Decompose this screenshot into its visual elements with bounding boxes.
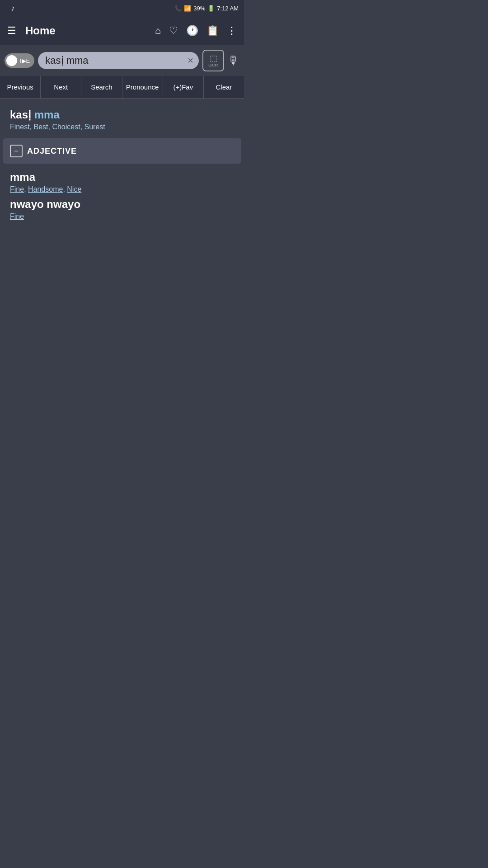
translation-choicest[interactable]: Choicest [52, 123, 80, 131]
signal-icon: 📶 [184, 5, 191, 12]
charging-icon: 🔋 [207, 5, 215, 12]
clear-input-button[interactable]: × [187, 55, 194, 66]
favorites-icon[interactable]: ♡ [169, 25, 178, 37]
search-button[interactable]: Search [81, 76, 122, 98]
header: ☰ Home ⌂ ♡ 🕐 📋 ⋮ [0, 16, 244, 45]
toggle-circle [6, 55, 17, 66]
translation-handsome[interactable]: Handsome [28, 185, 63, 193]
ocr-scan-icon: ⬚ [210, 54, 217, 62]
search-input[interactable] [45, 55, 183, 66]
music-note-icon: ♪ [11, 4, 15, 13]
result-word-nwayo: nwayo nwayo [10, 198, 234, 211]
result-translations-nwayo: Fine [10, 212, 234, 221]
ocr-button[interactable]: ⬚ OCR [202, 50, 224, 71]
main-result-card: kasị mma Finest, Best, Choicest, Surest [3, 102, 241, 136]
phone-icon: 📞 [174, 5, 182, 12]
menu-button[interactable]: ☰ [7, 26, 16, 36]
translation-finest[interactable]: Finest [10, 123, 30, 131]
language-toggle[interactable]: I▶E [5, 53, 34, 68]
search-input-wrap: × [38, 52, 199, 69]
main-result-translations: Finest, Best, Choicest, Surest [10, 123, 234, 131]
translation-best[interactable]: Best [33, 123, 48, 131]
search-row: I▶E × ⬚ OCR 🎙 [0, 45, 244, 76]
time-display: 7:12 AM [217, 5, 239, 12]
main-result-word: kasị mma [10, 108, 234, 121]
translation-nice[interactable]: Nice [67, 185, 81, 193]
translation-fine-2[interactable]: Fine [10, 212, 24, 220]
translation-fine[interactable]: Fine [10, 185, 24, 193]
clear-button[interactable]: Clear [204, 76, 244, 98]
minus-icon: − [14, 146, 19, 156]
result-entry-nwayo: nwayo nwayo Fine [10, 198, 234, 221]
add-favorite-button[interactable]: (+)Fav [163, 76, 204, 98]
history-icon[interactable]: 🕐 [186, 25, 198, 37]
header-icons: ⌂ ♡ 🕐 📋 ⋮ [155, 25, 237, 37]
word-highlight: mma [34, 108, 60, 121]
home-icon[interactable]: ⌂ [155, 25, 161, 37]
language-label: I▶E [20, 57, 30, 64]
battery-level: 39% [193, 5, 205, 12]
result-entry-mma: mma Fine, Handsome, Nice [10, 171, 234, 193]
toolbar: Previous Next Search Pronounce (+)Fav Cl… [0, 76, 244, 99]
ocr-label: OCR [208, 63, 218, 67]
next-button[interactable]: Next [41, 76, 81, 98]
tasks-icon[interactable]: 📋 [206, 25, 219, 37]
empty-space [0, 225, 244, 496]
adjective-banner: − ADJECTIVE [3, 138, 241, 164]
adjective-icon: − [10, 145, 23, 157]
result-translations-mma: Fine, Handsome, Nice [10, 185, 234, 193]
results-container: kasị mma Finest, Best, Choicest, Surest … [0, 102, 244, 225]
status-right: 📞 📶 39% 🔋 7:12 AM [174, 5, 239, 12]
more-options-icon[interactable]: ⋮ [227, 25, 237, 37]
result-word-mma: mma [10, 171, 234, 184]
page-title: Home [25, 24, 150, 37]
status-bar: ♪ 📞 📶 39% 🔋 7:12 AM [0, 0, 244, 16]
pronounce-button[interactable]: Pronounce [122, 76, 163, 98]
adjective-label: ADJECTIVE [27, 146, 77, 156]
previous-button[interactable]: Previous [0, 76, 41, 98]
secondary-result-card: mma Fine, Handsome, Nice nwayo nwayo Fin… [3, 165, 241, 225]
translation-surest[interactable]: Surest [84, 123, 105, 131]
microphone-button[interactable]: 🎙 [228, 54, 239, 68]
